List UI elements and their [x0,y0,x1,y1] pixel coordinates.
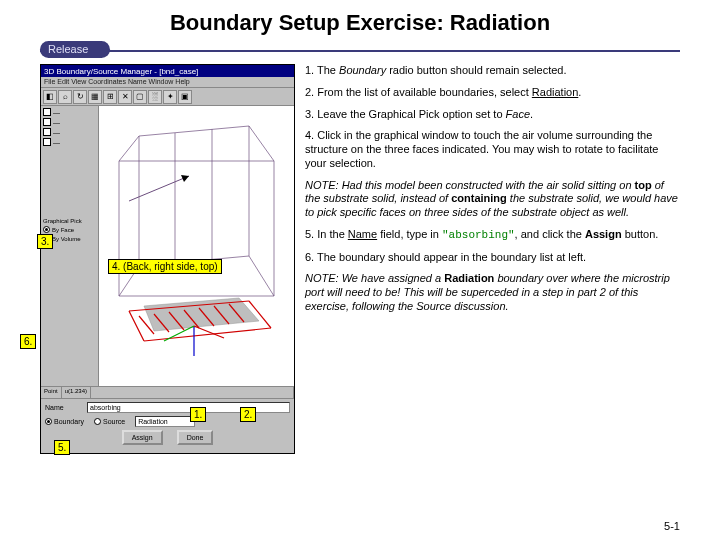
note-1: NOTE: Had this model been constructed wi… [305,179,680,220]
svg-line-5 [119,136,139,161]
callout-2: 2. [240,407,256,422]
graphics-view[interactable] [99,106,294,386]
callout-1: 1. [190,407,206,422]
toolbar: ◧ ⌕ ↻ ▦ ⊞ ✕ ▢ ░ ✦ ▣ [41,88,294,106]
toolbar-icon[interactable]: ↻ [73,90,87,104]
toolbar-icon[interactable]: ▢ [133,90,147,104]
checkbox-icon[interactable] [43,138,51,146]
callout-6: 6. [20,334,36,349]
svg-line-18 [129,311,144,341]
toolbar-icon[interactable]: ✦ [163,90,177,104]
step-1: 1. The Boundary radio button should rema… [305,64,680,78]
step-3: 3. Leave the Graphical Pick option set t… [305,108,680,122]
page-title: Boundary Setup Exercise: Radiation [0,0,720,40]
checkbox-icon[interactable] [43,108,51,116]
boundary-select[interactable]: Radiation [135,416,195,427]
toolbar-icon[interactable]: ⊞ [103,90,117,104]
toolbar-icon[interactable]: ◧ [43,90,57,104]
checkbox-icon[interactable] [43,128,51,136]
toolbar-icon[interactable]: ⌕ [58,90,72,104]
toolbar-icon[interactable]: ▦ [88,90,102,104]
step-2: 2. From the list of available boundaries… [305,86,680,100]
svg-line-0 [139,126,249,136]
source-label: Source [103,418,125,425]
page-number: 5-1 [664,520,680,532]
toolbar-icon[interactable]: ▣ [178,90,192,104]
svg-line-12 [249,256,274,296]
radio-icon[interactable] [43,226,50,233]
step-5: 5. In the Name field, type in "absorbing… [305,228,680,243]
step-6: 6. The boundary should appear in the bou… [305,251,680,265]
svg-line-29 [129,176,189,201]
titlebar: 3D Boundary/Source Manager - [bnd_case] [41,65,294,77]
boundary-radio[interactable] [45,418,52,425]
svg-line-6 [249,126,274,161]
note-2: NOTE: We have assigned a Radiation bound… [305,272,680,313]
callout-5: 5. [54,440,70,455]
status-bar: Point u(1.234) [41,386,294,398]
menubar: File Edit View Coordinates Name Window H… [41,77,294,88]
toolbar-icon[interactable]: ░ [148,90,162,104]
left-column: 3D Boundary/Source Manager - [bnd_case] … [40,64,295,454]
name-label: Name [45,404,83,411]
release-pill: Release [40,41,110,58]
source-radio[interactable] [94,418,101,425]
callout-4: 4. (Back, right side, top) [108,259,222,274]
done-button[interactable]: Done [177,430,214,445]
assign-button[interactable]: Assign [122,430,163,445]
instructions: 1. The Boundary radio button should rema… [305,64,680,454]
release-bar: Release [40,40,680,58]
callout-3: 3. [37,234,53,249]
side-label: Graphical Pick [43,218,96,224]
boundary-label: Boundary [54,418,84,425]
name-field[interactable]: absorbing [87,402,290,413]
toolbar-icon[interactable]: ✕ [118,90,132,104]
svg-marker-14 [144,298,259,331]
step-4: 4. Click in the graphical window to touc… [305,129,680,170]
svg-line-28 [194,326,224,338]
checkbox-icon[interactable] [43,118,51,126]
